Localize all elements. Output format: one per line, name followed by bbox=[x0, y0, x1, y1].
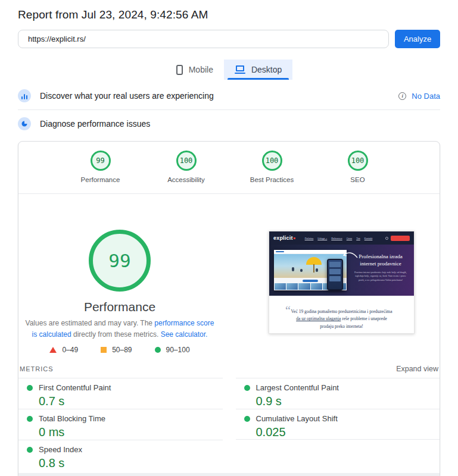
green-dot-icon bbox=[244, 416, 250, 422]
url-input[interactable] bbox=[18, 30, 389, 48]
metric-value: 0.7 s bbox=[39, 394, 223, 408]
site-quote-section: “ Već 19 godina pomažemo preduzetnicima … bbox=[269, 296, 414, 334]
orange-square-icon bbox=[101, 347, 107, 353]
legend-range: 90–100 bbox=[166, 346, 190, 354]
screenshot-column: explicit Početna Usluge + Reference Cene… bbox=[269, 231, 415, 354]
page-screenshot-thumbnail[interactable]: explicit Početna Usluge + Reference Cene… bbox=[269, 231, 415, 334]
legend-fail: 0–49 bbox=[49, 346, 78, 354]
metric-largest-contentful-paint: Largest Contentful Paint 0.9 s bbox=[236, 378, 440, 409]
gauge-icon-glyph bbox=[21, 120, 28, 127]
score-ring: 100 bbox=[262, 151, 282, 171]
site-nav-item: Usluge + bbox=[317, 237, 327, 240]
metrics-left-column: First Contentful Paint 0.7 s Total Block… bbox=[18, 378, 223, 471]
mobile-phone-icon bbox=[176, 65, 183, 75]
no-data-label: No Data bbox=[412, 92, 440, 101]
metric-name: Largest Contentful Paint bbox=[256, 383, 339, 392]
legend-pass: 90–100 bbox=[155, 346, 190, 354]
metric-total-blocking-time: Total Blocking Time 0 ms bbox=[18, 409, 223, 440]
info-icon: i bbox=[398, 92, 406, 100]
site-logo: explicit bbox=[273, 235, 293, 241]
gauge-title: Performance bbox=[18, 300, 221, 314]
metric-value: 0 ms bbox=[39, 425, 223, 439]
tab-mobile[interactable]: Mobile bbox=[166, 60, 224, 80]
person-shape bbox=[316, 268, 318, 272]
quote-mark: “ bbox=[285, 304, 291, 318]
metrics-right-column: Largest Contentful Paint 0.9 s Cumulativ… bbox=[236, 378, 440, 471]
performance-gauge-section: 99 Performance Values are estimated and … bbox=[18, 194, 440, 362]
score-ring: 99 bbox=[91, 151, 111, 171]
metric-name: Total Blocking Time bbox=[39, 414, 105, 423]
tab-mobile-label: Mobile bbox=[189, 65, 213, 74]
score-label: Accessibility bbox=[158, 176, 215, 183]
lab-data-section-header: Diagnose performance issues bbox=[18, 110, 440, 137]
bar-chart-icon bbox=[18, 89, 31, 102]
score-legend: 0–49 50–89 90–100 bbox=[18, 346, 221, 354]
metric-first-contentful-paint: First Contentful Paint 0.7 s bbox=[18, 378, 223, 409]
site-nav-item: Početna bbox=[305, 237, 314, 240]
site-nav: Početna Usluge + Reference Cene Tim Kont… bbox=[305, 237, 373, 240]
score-performance[interactable]: 99 Performance bbox=[72, 151, 129, 183]
site-nav-item: Kontakt bbox=[364, 237, 373, 240]
gauge-disclaimer: Values are estimated and may vary. The p… bbox=[24, 318, 215, 340]
filmstrip-section-top bbox=[18, 473, 440, 476]
url-bar: Analyze bbox=[18, 30, 440, 48]
site-headline: Profesionalna izrada internet prodavnice bbox=[351, 253, 410, 267]
category-scores: 99 Performance 100 Accessibility 100 Bes… bbox=[18, 142, 440, 194]
site-nav-item: Tim bbox=[356, 237, 360, 240]
report-card: 99 Performance 100 Accessibility 100 Bes… bbox=[18, 141, 440, 476]
metrics-heading: METRICS bbox=[20, 365, 54, 372]
field-data-title: Discover what your real users are experi… bbox=[40, 91, 214, 101]
green-circle-icon bbox=[155, 347, 161, 353]
page-title: Report from Jul 23, 2024, 9:42:56 AM bbox=[18, 8, 440, 21]
performance-gauge: 99 bbox=[89, 230, 151, 292]
metrics-grid: First Contentful Paint 0.7 s Total Block… bbox=[18, 378, 440, 471]
site-nav-item: Cene bbox=[347, 237, 353, 240]
see-calculator-link[interactable]: See calculator. bbox=[161, 330, 208, 339]
no-data-link[interactable]: i No Data bbox=[398, 92, 440, 101]
legend-range: 0–49 bbox=[62, 346, 78, 354]
disclaimer-text: Values are estimated and may vary. The bbox=[26, 319, 155, 327]
score-best-practices[interactable]: 100 Best Practices bbox=[244, 151, 301, 183]
legend-range: 50–89 bbox=[112, 346, 132, 354]
score-label: SEO bbox=[329, 176, 387, 183]
analyze-button[interactable]: Analyze bbox=[395, 30, 440, 48]
metric-cumulative-layout-shift: Cumulative Layout Shift 0.025 bbox=[236, 409, 440, 440]
metric-value: 0.9 s bbox=[256, 394, 440, 408]
site-subtext: Pravimo internet prodavnice koje rade bo… bbox=[352, 271, 409, 282]
metric-name: Speed Index bbox=[39, 445, 82, 454]
green-dot-icon bbox=[244, 385, 250, 391]
phone-mockup bbox=[327, 259, 343, 290]
metric-name: First Contentful Paint bbox=[39, 383, 111, 392]
metric-value: 0.8 s bbox=[39, 456, 223, 470]
tab-desktop-label: Desktop bbox=[251, 65, 282, 74]
score-ring: 100 bbox=[176, 151, 197, 171]
person-shape bbox=[292, 267, 294, 271]
desktop-laptop-icon bbox=[235, 65, 245, 74]
device-tabs: Mobile Desktop bbox=[0, 60, 458, 80]
tab-desktop[interactable]: Desktop bbox=[224, 60, 292, 80]
expand-view-button[interactable]: Expand view bbox=[396, 365, 438, 373]
metrics-header: METRICS Expand view bbox=[18, 362, 440, 378]
gauge-icon bbox=[18, 117, 31, 130]
quote-link: da uz optimalna ulaganja bbox=[296, 316, 341, 321]
field-data-section-header: Discover what your real users are experi… bbox=[18, 82, 440, 109]
disclaimer-text: directly from these metrics. bbox=[71, 330, 161, 339]
green-dot-icon bbox=[27, 416, 33, 422]
quote-text: Već 19 godina pomažemo preduzetnicima i … bbox=[291, 309, 392, 314]
score-seo[interactable]: 100 SEO bbox=[329, 151, 387, 183]
site-nav-item: Reference bbox=[331, 237, 342, 240]
metric-name: Cumulative Layout Shift bbox=[256, 414, 338, 423]
site-quote: Već 19 godina pomažemo preduzetnicima i … bbox=[289, 308, 394, 330]
logo-mark bbox=[294, 237, 295, 239]
person-shape bbox=[300, 269, 303, 272]
mini-navbar bbox=[274, 250, 347, 254]
metric-speed-index: Speed Index 0.8 s bbox=[18, 440, 223, 471]
site-navbar: explicit Početna Usluge + Reference Cene… bbox=[269, 231, 414, 245]
score-label: Best Practices bbox=[244, 176, 301, 183]
umbrella-shape bbox=[306, 257, 322, 265]
language-globe-icon bbox=[385, 237, 388, 240]
legend-average: 50–89 bbox=[101, 346, 132, 354]
red-triangle-icon bbox=[49, 347, 57, 353]
score-accessibility[interactable]: 100 Accessibility bbox=[158, 151, 215, 183]
score-ring: 100 bbox=[348, 151, 368, 171]
